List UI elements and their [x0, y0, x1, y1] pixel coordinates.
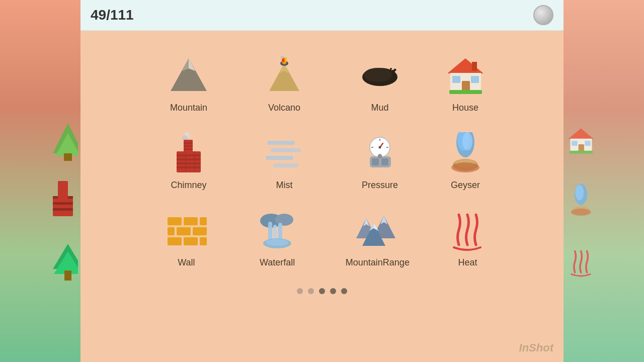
item-mountain[interactable]: Mountain	[161, 46, 216, 118]
svg-rect-52	[273, 163, 298, 167]
svg-rect-76	[193, 227, 207, 235]
svg-point-37	[185, 132, 189, 135]
svg-point-21	[280, 56, 284, 59]
mud-label: Mud	[371, 103, 388, 113]
house-label: House	[452, 103, 478, 113]
left-sidebar	[0, 0, 80, 362]
chimney-icon	[166, 131, 211, 176]
svg-rect-31	[462, 81, 470, 91]
svg-rect-44	[177, 158, 201, 160]
svg-rect-32	[452, 76, 460, 83]
svg-rect-3	[53, 196, 73, 216]
svg-point-103	[575, 185, 584, 201]
mountain-label: Mountain	[170, 103, 207, 113]
item-geyser[interactable]: Geyser	[448, 123, 483, 196]
progress-counter: 49/111	[91, 7, 134, 23]
item-heat[interactable]: Heat	[450, 201, 486, 273]
svg-point-67	[462, 132, 472, 150]
waterfall-label: Waterfall	[260, 257, 295, 268]
svg-rect-62	[372, 158, 379, 165]
mist-icon	[262, 131, 307, 176]
svg-rect-2	[64, 153, 72, 161]
mud-icon	[357, 53, 403, 99]
right-sidebar	[564, 0, 644, 362]
svg-rect-46	[177, 166, 201, 168]
header: 49/111	[80, 0, 564, 31]
svg-point-20	[284, 57, 287, 61]
svg-rect-80	[168, 225, 207, 227]
item-mud[interactable]: Mud	[352, 46, 408, 118]
item-chimney[interactable]: Chimney	[161, 123, 216, 196]
pagination-dot-4[interactable]	[330, 288, 336, 294]
svg-rect-74	[168, 227, 175, 235]
item-mountainrange[interactable]: MountainRange	[341, 201, 415, 273]
pagination-dot-2[interactable]	[308, 288, 314, 294]
svg-rect-39	[184, 142, 193, 144]
item-mist[interactable]: Mist	[257, 123, 312, 196]
svg-rect-41	[184, 148, 193, 150]
volcano-label: Volcano	[268, 103, 300, 113]
svg-point-88	[266, 239, 288, 246]
pagination-dot-1[interactable]	[297, 288, 303, 294]
svg-rect-63	[381, 158, 388, 165]
heat-label: Heat	[458, 257, 477, 268]
item-house[interactable]: House	[448, 46, 483, 118]
svg-rect-7	[58, 181, 68, 199]
svg-point-26	[393, 69, 396, 71]
svg-rect-71	[168, 217, 182, 225]
svg-rect-77	[168, 237, 182, 245]
svg-point-60	[378, 146, 381, 148]
item-volcano[interactable]: Volcano	[257, 46, 312, 118]
svg-rect-43	[177, 154, 201, 156]
volcano-icon	[262, 53, 307, 99]
mountainrange-label: MountainRange	[346, 257, 410, 268]
svg-rect-49	[267, 141, 295, 145]
svg-rect-10	[64, 270, 71, 281]
svg-rect-100	[585, 141, 590, 146]
pagination-dot-5[interactable]	[341, 288, 347, 294]
house-icon	[448, 53, 483, 99]
svg-rect-64	[378, 154, 382, 158]
svg-point-24	[364, 68, 392, 82]
mountainrange-icon	[355, 208, 400, 253]
item-wall[interactable]: Wall	[158, 201, 214, 273]
svg-marker-28	[448, 58, 483, 73]
mountain-icon	[166, 53, 211, 99]
item-waterfall[interactable]: Waterfall	[250, 201, 305, 273]
pagination	[297, 288, 347, 294]
chimney-label: Chimney	[171, 180, 206, 191]
svg-rect-29	[472, 62, 477, 71]
svg-rect-51	[266, 156, 293, 160]
main-area: 49/111 Mountain	[80, 0, 564, 362]
svg-marker-96	[568, 128, 594, 139]
item-pressure[interactable]: Pressure	[352, 123, 408, 196]
svg-rect-72	[184, 217, 198, 225]
svg-rect-6	[53, 208, 73, 211]
svg-rect-78	[184, 237, 198, 245]
watermark: InShot	[519, 341, 553, 354]
svg-point-27	[390, 68, 392, 70]
svg-point-70	[451, 162, 479, 172]
svg-rect-75	[177, 227, 191, 235]
svg-rect-50	[271, 148, 301, 152]
svg-point-83	[275, 214, 293, 226]
svg-rect-40	[184, 145, 193, 147]
geyser-icon	[448, 131, 483, 176]
heat-icon	[450, 208, 486, 253]
svg-point-105	[571, 209, 591, 216]
svg-rect-34	[449, 90, 482, 94]
pressure-label: Pressure	[362, 180, 398, 191]
coin-icon	[533, 5, 553, 25]
svg-rect-99	[572, 141, 577, 146]
wall-icon	[164, 208, 209, 253]
geyser-label: Geyser	[451, 180, 480, 191]
waterfall-icon	[255, 208, 300, 253]
svg-rect-81	[168, 235, 207, 237]
content-area: Mountain	[80, 31, 564, 362]
svg-rect-98	[579, 144, 584, 151]
svg-rect-33	[471, 76, 479, 83]
svg-rect-73	[200, 217, 207, 225]
svg-rect-101	[570, 151, 593, 154]
pagination-dot-3[interactable]	[319, 288, 325, 294]
pressure-icon	[357, 131, 403, 176]
